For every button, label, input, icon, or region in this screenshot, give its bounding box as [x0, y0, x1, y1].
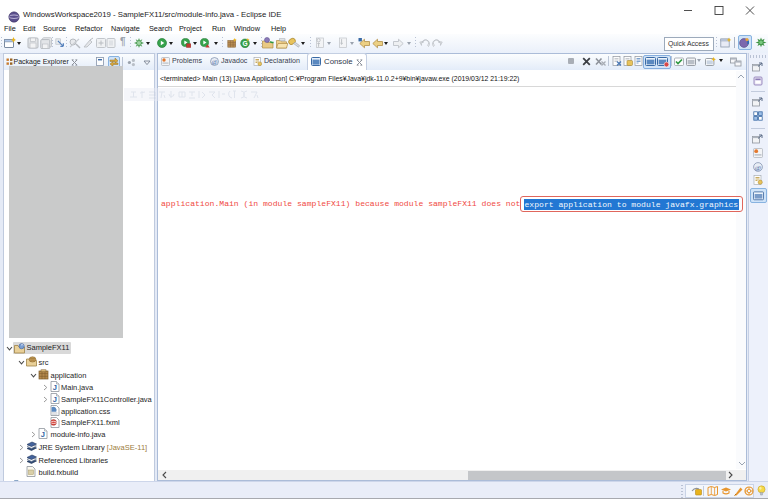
- svg-text:@: @: [755, 164, 762, 172]
- svg-text:G: G: [242, 40, 247, 47]
- svg-text:J: J: [53, 395, 57, 404]
- svg-text:J: J: [41, 430, 45, 439]
- svg-text:J: J: [53, 383, 57, 392]
- svg-text:@: @: [212, 58, 218, 65]
